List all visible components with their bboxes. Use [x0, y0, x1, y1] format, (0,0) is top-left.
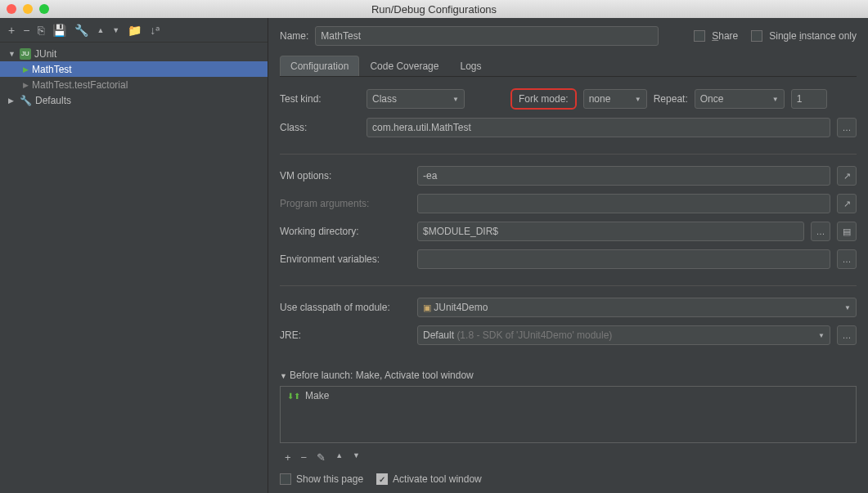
- tree-node-testfactorial[interactable]: ▶ MathTest.testFactorial: [0, 77, 268, 92]
- env-label: Environment variables:: [280, 253, 411, 265]
- program-args-input[interactable]: [417, 194, 830, 213]
- minimize-window-button[interactable]: [23, 4, 33, 14]
- expand-args-button[interactable]: ↗: [837, 194, 857, 213]
- workdir-list-button[interactable]: ▤: [837, 222, 857, 241]
- tab-configuration[interactable]: Configuration: [280, 56, 359, 76]
- repeat-select[interactable]: Once▼: [695, 89, 785, 109]
- class-label: Class:: [280, 122, 360, 133]
- config-tree: ▼ JU JUnit ▶ MathTest ▶ MathTest.testFac…: [0, 43, 268, 493]
- sidebar: + − ⎘ 💾 🔧 ▲ ▼ 📁 ↓ᵃ ▼ JU JUnit ▶ MathTest…: [0, 18, 268, 493]
- edit-task-icon[interactable]: ✎: [317, 451, 326, 464]
- tab-code-coverage[interactable]: Code Coverage: [359, 56, 449, 76]
- classpath-label: Use classpath of module:: [280, 302, 411, 313]
- make-icon: ⬇⬆: [287, 392, 300, 401]
- launch-toolbar: + − ✎ ▲ ▼: [280, 448, 857, 467]
- content-panel: Name: SSharehare Single instance only Co…: [268, 18, 868, 493]
- repeat-label: Repeat:: [654, 93, 688, 105]
- sort-icon[interactable]: ↓ᵃ: [150, 24, 160, 37]
- settings-icon[interactable]: 🔧: [74, 24, 88, 37]
- remove-config-icon[interactable]: −: [23, 24, 29, 37]
- name-label: Name:: [280, 30, 308, 42]
- activate-checkbox[interactable]: ✓: [376, 473, 388, 485]
- vm-options-input[interactable]: [417, 166, 830, 186]
- show-page-checkbox[interactable]: [280, 473, 291, 485]
- tree-node-junit[interactable]: ▼ JU JUnit: [0, 46, 268, 61]
- window-title: Run/Debug Configurations: [371, 3, 497, 16]
- fork-mode-select[interactable]: none▼: [583, 89, 647, 109]
- repeat-count-input[interactable]: [791, 89, 827, 109]
- move-task-down-icon[interactable]: ▼: [353, 451, 360, 464]
- tab-logs[interactable]: Logs: [449, 56, 492, 76]
- share-checkbox[interactable]: [694, 30, 705, 42]
- jre-label: JRE:: [280, 329, 411, 341]
- test-kind-select[interactable]: Class▼: [367, 89, 465, 109]
- remove-task-icon[interactable]: −: [301, 451, 308, 464]
- browse-class-button[interactable]: …: [837, 118, 857, 137]
- move-up-icon[interactable]: ▲: [97, 26, 104, 34]
- class-input[interactable]: [367, 118, 830, 137]
- env-input[interactable]: [417, 249, 830, 269]
- copy-config-icon[interactable]: ⎘: [38, 24, 44, 37]
- sidebar-toolbar: + − ⎘ 💾 🔧 ▲ ▼ 📁 ↓ᵃ: [0, 18, 268, 43]
- wrench-icon: 🔧: [20, 95, 32, 106]
- run-arrow-icon: ▶: [23, 81, 29, 89]
- tree-label: MathTest.testFactorial: [32, 79, 128, 91]
- tabs: Configuration Code Coverage Logs: [280, 56, 857, 77]
- tree-label: JUnit: [34, 48, 56, 60]
- add-config-icon[interactable]: +: [8, 24, 15, 37]
- close-window-button[interactable]: [7, 4, 16, 14]
- expand-arrow-icon: ▼: [8, 50, 16, 58]
- jre-select[interactable]: Default (1.8 - SDK of 'JUnit4Demo' modul…: [417, 325, 830, 345]
- move-down-icon[interactable]: ▼: [112, 26, 119, 34]
- window-titlebar: Run/Debug Configurations: [0, 0, 868, 18]
- collapsed-arrow-icon: ▶: [8, 96, 16, 105]
- before-launch-list[interactable]: ⬇⬆ Make: [280, 386, 857, 443]
- browse-env-button[interactable]: …: [837, 249, 857, 269]
- program-args-label: Program arguments:: [280, 198, 411, 209]
- tree-label: MathTest: [32, 64, 72, 75]
- show-page-label: Show this page: [296, 473, 363, 485]
- chevron-down-icon: ▼: [635, 96, 641, 103]
- maximize-window-button[interactable]: [39, 4, 49, 14]
- vm-options-label: VM options:: [280, 170, 411, 182]
- chevron-down-icon: ▼: [844, 304, 851, 311]
- chevron-down-icon: ▼: [818, 332, 825, 339]
- tree-node-defaults[interactable]: ▶ 🔧 Defaults: [0, 92, 268, 108]
- browse-jre-button[interactable]: …: [837, 325, 857, 345]
- chevron-down-icon: ▼: [452, 96, 459, 103]
- launch-item-make[interactable]: ⬇⬆ Make: [281, 387, 856, 405]
- before-launch-header[interactable]: ▼ Before launch: Make, Activate tool win…: [280, 370, 857, 381]
- name-input[interactable]: [315, 26, 659, 46]
- expand-vm-button[interactable]: ↗: [837, 166, 857, 186]
- tree-node-mathtest[interactable]: ▶ MathTest: [0, 61, 268, 77]
- workdir-label: Working directory:: [280, 226, 411, 237]
- fork-mode-highlight: Fork mode:: [510, 88, 577, 110]
- run-arrow-icon: ▶: [23, 65, 29, 74]
- classpath-select[interactable]: ▣ JUnit4Demo ▼: [417, 298, 857, 317]
- activate-label: Activate tool window: [393, 473, 482, 485]
- tree-label: Defaults: [35, 95, 71, 106]
- save-config-icon[interactable]: 💾: [52, 24, 66, 37]
- add-task-icon[interactable]: +: [285, 451, 291, 464]
- chevron-down-icon: ▼: [772, 96, 779, 103]
- single-instance-checkbox[interactable]: [751, 30, 762, 42]
- collapse-arrow-icon: ▼: [280, 372, 287, 380]
- single-instance-label: Single instance only: [769, 30, 857, 42]
- junit-icon: JU: [20, 48, 31, 60]
- module-icon: ▣: [423, 303, 431, 312]
- test-kind-label: Test kind:: [280, 93, 360, 105]
- share-label: SSharehare: [712, 30, 738, 42]
- browse-workdir-button[interactable]: …: [811, 222, 830, 241]
- move-task-up-icon[interactable]: ▲: [335, 451, 343, 464]
- folder-icon[interactable]: 📁: [128, 24, 142, 37]
- fork-mode-label: Fork mode:: [519, 93, 569, 105]
- workdir-input[interactable]: [417, 222, 804, 241]
